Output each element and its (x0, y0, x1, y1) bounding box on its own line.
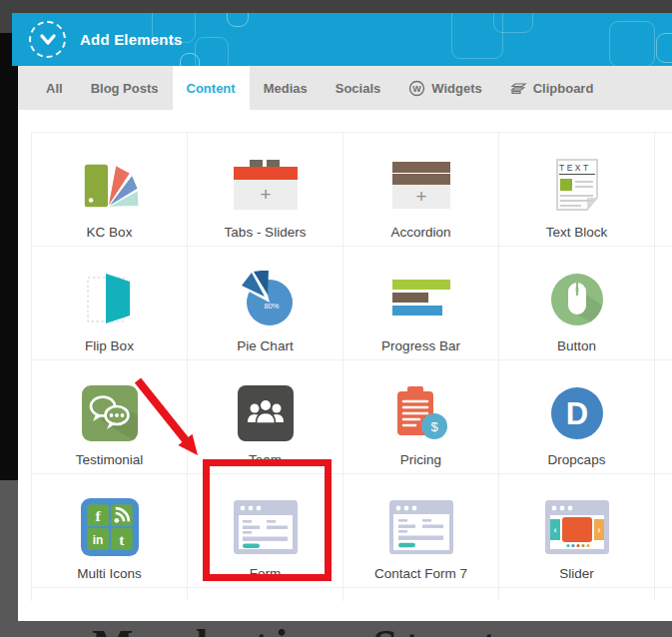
svg-text:›: › (597, 525, 600, 535)
element-label: Team (249, 452, 282, 467)
tab-clipboard[interactable]: Clipboard (496, 66, 608, 110)
svg-text:t: t (119, 531, 125, 548)
page-background-left (0, 33, 18, 480)
element-flip-box[interactable]: Flip Box (32, 247, 188, 360)
element-pie-chart[interactable]: 80% Pie Chart (188, 247, 343, 360)
tab-all[interactable]: All (32, 66, 77, 110)
tab-label: Content (187, 81, 236, 96)
svg-text:TEXT: TEXT (559, 163, 591, 173)
cropped-page-heading: Marketing Strategy (92, 624, 587, 637)
tab-content[interactable]: Content (173, 66, 250, 110)
header-decoration (609, 21, 655, 66)
element-label: Text Block (546, 225, 608, 240)
element-form[interactable]: Form (188, 474, 343, 588)
element-label: Progress Bar (381, 338, 460, 353)
empty-cell (499, 588, 655, 601)
svg-text:in: in (92, 533, 103, 547)
svg-text:80%: 80% (264, 302, 279, 311)
page-background-bottom: Marketing Strategy (0, 621, 672, 637)
chevron-down-icon (37, 32, 59, 48)
pricing-icon: $ (393, 384, 449, 442)
slider-icon: ‹ › (545, 498, 609, 556)
empty-cell (655, 474, 672, 588)
progress-bar-icon (392, 271, 450, 328)
team-icon (238, 384, 294, 442)
element-label: Pricing (400, 452, 441, 467)
header-decoration (180, 53, 200, 66)
element-progress-bar[interactable]: Progress Bar (343, 247, 499, 360)
dropcaps-icon: D (549, 384, 605, 442)
element-testimonial[interactable]: Testimonial (32, 360, 188, 474)
element-label: Form (250, 566, 282, 581)
element-slider[interactable]: ‹ › Slider (499, 474, 655, 588)
element-label: Tabs - Sliders (225, 225, 307, 240)
empty-cell (188, 588, 343, 601)
elements-grid: KC Box + Tabs - Sliders (31, 132, 672, 601)
tab-label: Socials (336, 81, 381, 96)
header-decoration (227, 13, 249, 27)
element-label: KC Box (87, 225, 133, 240)
svg-text:f: f (95, 507, 101, 524)
element-multi-icons[interactable]: f in t Multi Icons (32, 474, 188, 588)
tab-label: Widgets (431, 81, 481, 96)
element-label: Multi Icons (77, 566, 142, 581)
tab-label: Blog Posts (91, 81, 159, 96)
svg-text:W: W (413, 83, 422, 93)
button-icon (549, 271, 605, 328)
testimonial-icon (82, 384, 138, 442)
add-elements-panel: All Blog Posts Content Medias Socials W … (18, 66, 672, 621)
kc-box-icon (79, 157, 141, 215)
tab-socials[interactable]: Socials (322, 66, 395, 110)
empty-cell (343, 588, 499, 601)
contact-form-7-icon (389, 498, 453, 556)
svg-text:+: + (415, 186, 426, 207)
element-label: Slider (559, 566, 594, 581)
empty-cell (32, 588, 188, 601)
page-background-left-lower (0, 480, 18, 637)
flip-box-icon (87, 271, 133, 328)
element-pricing[interactable]: $ Pricing (343, 360, 499, 474)
element-tabs-sliders[interactable]: + Tabs - Sliders (188, 133, 343, 247)
element-text-block[interactable]: TEXT Text Block (499, 133, 655, 247)
header-decoration (195, 37, 229, 66)
multi-icons-icon: f in t (81, 498, 139, 556)
empty-cell (655, 247, 672, 360)
form-icon (234, 498, 298, 556)
clipboard-icon (510, 80, 527, 96)
element-team[interactable]: Team (188, 360, 343, 474)
wordpress-icon: W (408, 80, 425, 97)
modal-title: Add Elements (80, 13, 182, 66)
text-block-icon: TEXT (551, 157, 603, 215)
tab-blog-posts[interactable]: Blog Posts (77, 66, 173, 110)
element-label: Accordion (390, 225, 450, 240)
element-label: Pie Chart (237, 338, 293, 353)
element-contact-form-7[interactable]: Contact Form 7 (343, 474, 499, 588)
tab-medias[interactable]: Medias (250, 66, 322, 110)
svg-text:+: + (260, 184, 271, 205)
accordion-icon: + (392, 157, 450, 215)
svg-text:D: D (565, 396, 587, 431)
element-kc-box[interactable]: KC Box (32, 133, 188, 247)
tabs-sliders-icon: + (233, 157, 299, 215)
element-label: Dropcaps (548, 452, 606, 467)
element-label: Contact Form 7 (374, 566, 467, 581)
element-button[interactable]: Button (499, 247, 655, 360)
pie-chart-icon: 80% (236, 271, 296, 328)
element-dropcaps[interactable]: D Dropcaps (499, 360, 655, 474)
svg-text:‹: ‹ (553, 525, 556, 535)
screen: Marketing Strategy Add Elements All Blog… (0, 0, 672, 637)
tab-widgets[interactable]: W Widgets (394, 66, 495, 110)
empty-cell (655, 588, 672, 601)
element-label: Flip Box (85, 338, 134, 353)
svg-text:$: $ (430, 419, 438, 434)
header-decoration (656, 33, 672, 63)
empty-cell (655, 133, 672, 247)
element-accordion[interactable]: + Accordion (343, 133, 499, 247)
tab-label: Clipboard (533, 81, 594, 96)
collapse-button[interactable] (29, 21, 66, 58)
empty-cell (655, 360, 672, 474)
add-elements-header: Add Elements (12, 13, 672, 66)
header-decoration (493, 13, 533, 33)
tab-label: All (46, 81, 63, 96)
element-label: Button (557, 338, 596, 353)
